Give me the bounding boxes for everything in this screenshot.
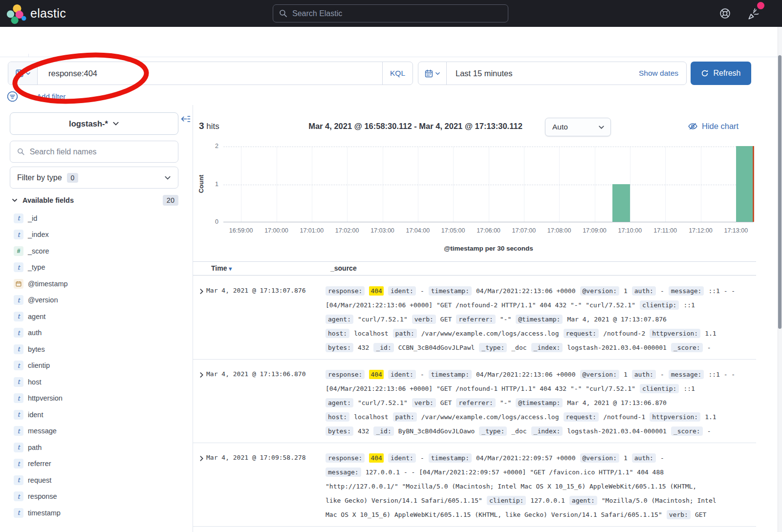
hits-label: hits bbox=[206, 122, 219, 131]
source-line: agent:"curl/7.52.1"verb:GETreferrer:"-"@… bbox=[326, 396, 756, 410]
field-value: logstash-2021.03.04-000001 bbox=[567, 344, 667, 351]
field-value: "curl/7.52.1" bbox=[358, 316, 408, 323]
field-badge: timestamp: bbox=[429, 286, 472, 296]
histogram-chart bbox=[223, 147, 754, 222]
field-badge: bytes: bbox=[326, 426, 353, 436]
field-ident[interactable]: tident bbox=[0, 406, 193, 423]
global-search-input[interactable] bbox=[292, 9, 502, 18]
field-type-number-icon: # bbox=[14, 246, 23, 256]
collapse-sidebar-icon[interactable] bbox=[180, 114, 191, 124]
field-bytes[interactable]: tbytes bbox=[0, 341, 193, 358]
source-line: response:404ident:-timestamp:04/Mar/2021… bbox=[326, 367, 756, 382]
gridline bbox=[223, 185, 754, 185]
field-name: @timestamp bbox=[28, 280, 68, 288]
field-value: /var/www/example.com/logs/access.log bbox=[421, 413, 559, 421]
field-value: "Mozilla/5.0 (Macintosh; Intel bbox=[602, 497, 717, 504]
field-timestamp[interactable]: ttimestamp bbox=[0, 505, 193, 521]
field-badge: _index: bbox=[531, 343, 563, 352]
field-value: 1 bbox=[624, 454, 628, 462]
field-_index[interactable]: t_index bbox=[0, 227, 193, 243]
field-badge: clientip: bbox=[640, 384, 679, 393]
refresh-button[interactable]: Refresh bbox=[691, 62, 751, 85]
refresh-label: Refresh bbox=[713, 69, 740, 78]
histogram-bar[interactable] bbox=[736, 146, 754, 222]
x-tick-label: 17:09:00 bbox=[583, 227, 607, 234]
available-fields-label: Available fields bbox=[22, 196, 74, 204]
global-search[interactable] bbox=[273, 4, 508, 22]
field-@timestamp[interactable]: @timestamp bbox=[0, 276, 193, 292]
x-tick-label: 17:13:00 bbox=[724, 227, 748, 234]
field-badge: @timestamp: bbox=[516, 398, 563, 407]
field-search[interactable] bbox=[10, 141, 178, 163]
source-line: Mac OS X 10_15_6) AppleWebKit/605.1.15 (… bbox=[326, 508, 756, 522]
scrollbar-thumb[interactable] bbox=[778, 55, 782, 329]
field-auth[interactable]: tauth bbox=[0, 325, 193, 341]
help-icon[interactable] bbox=[719, 7, 731, 20]
scrollbar-track[interactable] bbox=[778, 27, 782, 532]
time-column-header[interactable]: Time ▾ bbox=[211, 264, 232, 272]
expand-row-icon[interactable] bbox=[193, 284, 206, 355]
x-tick-label: 17:03:00 bbox=[370, 227, 394, 234]
y-tick-label: 2 bbox=[204, 143, 218, 149]
doc-table-body: Mar 4, 2021 @ 17:13:07.876response:404id… bbox=[193, 276, 756, 532]
interval-select[interactable]: Auto bbox=[545, 118, 611, 136]
field-value: - bbox=[420, 287, 424, 295]
filter-by-type-select[interactable]: Filter by type 0 bbox=[10, 167, 178, 189]
field-_score[interactable]: #_score bbox=[0, 243, 193, 259]
saved-query-menu-button[interactable] bbox=[8, 62, 38, 85]
field-name: httpversion bbox=[28, 394, 63, 402]
field-_id[interactable]: t_id bbox=[0, 210, 193, 227]
field-badge: response: bbox=[326, 453, 365, 463]
time-range-value[interactable]: Last 15 minutes bbox=[447, 69, 639, 78]
field-httpversion[interactable]: thttpversion bbox=[0, 390, 193, 407]
index-pattern-select[interactable]: logstash-* bbox=[10, 112, 178, 135]
chart-time-range: Mar 4, 2021 @ 16:58:30.112 - Mar 4, 2021… bbox=[276, 122, 555, 131]
date-quick-select-button[interactable] bbox=[418, 62, 447, 85]
chevron-down-icon bbox=[435, 71, 440, 76]
field-value: 1 bbox=[624, 371, 628, 378]
available-fields-toggle[interactable]: Available fields 20 bbox=[10, 194, 178, 207]
query-input[interactable] bbox=[38, 62, 382, 85]
field-search-input[interactable] bbox=[30, 148, 171, 156]
chevron-down-icon bbox=[12, 197, 18, 203]
field-value: 127.0.0.1 bbox=[530, 497, 565, 504]
source-line: [04/Mar/2021:22:13:06 +0000] "GET /notfo… bbox=[326, 382, 756, 396]
x-axis-line bbox=[223, 222, 754, 222]
source-line: like Gecko) Version/14.1 Safari/605.1.15… bbox=[326, 493, 756, 508]
field-response[interactable]: tresponse bbox=[0, 489, 193, 505]
field-clientip[interactable]: tclientip bbox=[0, 358, 193, 374]
query-language-button[interactable]: KQL bbox=[382, 62, 413, 85]
doc-table-header: Time ▾ _source bbox=[193, 261, 756, 276]
show-dates-button[interactable]: Show dates bbox=[639, 69, 686, 78]
chevron-down-icon bbox=[164, 174, 171, 181]
expand-row-icon[interactable] bbox=[193, 451, 206, 522]
elastic-logo[interactable]: elastic bbox=[6, 3, 66, 24]
field-value: ::1 bbox=[683, 385, 695, 392]
field-value: Mar 4, 2021 @ 17:13:06.870 bbox=[567, 399, 667, 406]
field-badge: _id: bbox=[373, 426, 393, 436]
add-filter-button[interactable]: + Add filter bbox=[31, 92, 65, 101]
field-_type[interactable]: t_type bbox=[0, 259, 193, 276]
field-name: _score bbox=[28, 247, 49, 255]
field-name: path bbox=[28, 444, 42, 451]
field-message[interactable]: tmessage bbox=[0, 423, 193, 440]
newsfeed-icon[interactable] bbox=[747, 7, 760, 21]
field-@version[interactable]: t@version bbox=[0, 292, 193, 309]
hide-chart-button[interactable]: Hide chart bbox=[688, 121, 739, 131]
histogram-bar[interactable] bbox=[612, 184, 630, 222]
field-host[interactable]: thost bbox=[0, 374, 193, 390]
field-name: _id bbox=[28, 214, 37, 222]
kibana-discover-app: elastic D Discover NewSaveOpenShareInspe… bbox=[0, 0, 782, 532]
chevron-down-icon bbox=[598, 124, 605, 130]
field-value: - bbox=[707, 427, 711, 435]
field-badge: agent: bbox=[569, 496, 597, 505]
field-badge: host: bbox=[326, 412, 349, 422]
field-agent[interactable]: tagent bbox=[0, 308, 193, 325]
expand-row-icon[interactable] bbox=[193, 367, 206, 438]
filter-by-type-label: Filter by type bbox=[17, 173, 62, 182]
filter-icon[interactable] bbox=[7, 91, 18, 102]
field-path[interactable]: tpath bbox=[0, 439, 193, 456]
field-referrer[interactable]: treferrer bbox=[0, 456, 193, 472]
field-request[interactable]: trequest bbox=[0, 472, 193, 489]
field-value: - bbox=[707, 344, 711, 351]
